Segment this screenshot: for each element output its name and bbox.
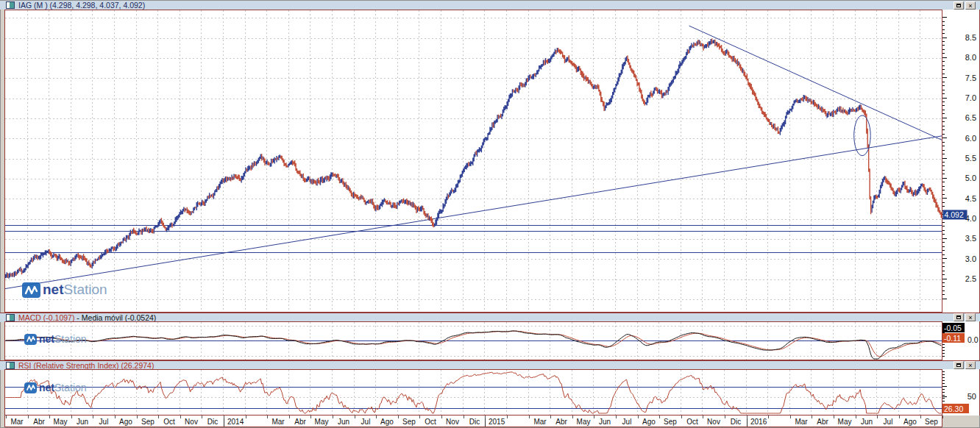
svg-text:4.092: 4.092 — [945, 210, 964, 219]
month-label: Mar — [790, 418, 812, 426]
rsi-canvas[interactable] — [5, 370, 942, 415]
month-tick — [310, 415, 311, 418]
month-tick — [398, 415, 399, 418]
month-tick — [267, 415, 268, 418]
month-tick — [507, 415, 508, 418]
svg-text:8.0: 8.0 — [965, 53, 976, 62]
month-tick — [616, 415, 617, 418]
main-chart-title: IAG (M ) (4.298, 4.298, 4.037, 4.092) — [18, 1, 145, 10]
month-tick — [355, 415, 355, 418]
month-label: Ago — [638, 418, 660, 426]
month-label: Sep — [920, 418, 942, 426]
svg-text:7.5: 7.5 — [965, 74, 976, 82]
month-tick — [137, 415, 138, 418]
price-axis-canvas: 8.58.07.57.06.56.05.55.04.54.03.53.02.54… — [942, 10, 979, 311]
month-label: Abr — [550, 418, 572, 426]
month-label: Nov — [441, 418, 464, 426]
chart-icon — [6, 1, 15, 9]
year-label: 2015 — [489, 418, 532, 426]
month-label: Abr — [28, 418, 50, 426]
month-tick — [681, 415, 682, 418]
macd-axis[interactable]: 0.0-0.05-0.11 — [942, 321, 980, 360]
month-tick — [485, 415, 486, 418]
month-tick — [703, 415, 703, 418]
restore-icon — [956, 363, 961, 367]
rsi-axis-canvas: 5026.30 — [942, 369, 979, 414]
close-button[interactable]: × — [965, 313, 976, 321]
macd-canvas[interactable] — [5, 322, 942, 360]
month-tick — [920, 415, 921, 418]
month-label: Jun — [333, 418, 355, 426]
svg-text:2.5: 2.5 — [965, 274, 976, 283]
month-tick — [93, 415, 93, 418]
month-label: Jul — [93, 418, 115, 426]
month-label: Oct — [681, 418, 703, 426]
month-label: May — [572, 418, 594, 426]
rsi-panel[interactable] — [4, 369, 942, 415]
svg-text:8.5: 8.5 — [965, 33, 976, 42]
year-label: 2016 — [750, 418, 794, 426]
svg-text:3.5: 3.5 — [965, 234, 976, 243]
svg-text:6.5: 6.5 — [965, 113, 976, 122]
month-label: Oct — [419, 418, 441, 426]
month-tick — [71, 415, 72, 418]
svg-text:50: 50 — [967, 392, 976, 401]
close-button[interactable]: × — [965, 361, 976, 369]
chart-icon — [6, 314, 15, 321]
month-tick — [942, 415, 943, 418]
month-tick — [180, 415, 181, 418]
month-label: Jun — [71, 418, 93, 426]
month-label: Nov — [703, 418, 725, 426]
main-price-axis[interactable]: 8.58.07.57.06.56.05.55.04.54.03.53.02.54… — [942, 10, 980, 313]
month-tick — [224, 415, 224, 418]
rsi-axis[interactable]: 5026.30 — [942, 369, 980, 415]
month-tick — [877, 415, 878, 418]
month-label: Dic — [202, 418, 224, 426]
month-tick — [49, 415, 50, 418]
candlestick-canvas[interactable] — [5, 10, 942, 312]
month-tick — [115, 415, 116, 418]
month-tick — [790, 415, 791, 418]
month-label: Mar — [6, 418, 28, 426]
restore-button[interactable] — [954, 313, 964, 321]
close-icon: × — [968, 3, 972, 9]
close-button[interactable]: × — [965, 1, 976, 10]
month-label: Nov — [180, 418, 202, 426]
month-label: Sep — [659, 418, 681, 426]
month-tick — [899, 415, 900, 418]
svg-text:7.0: 7.0 — [965, 93, 976, 102]
close-icon: × — [968, 363, 972, 368]
svg-text:5.0: 5.0 — [965, 174, 976, 182]
month-tick — [441, 415, 442, 418]
month-label: Oct — [158, 418, 180, 426]
month-tick — [529, 415, 530, 418]
month-label: May — [834, 418, 856, 426]
month-tick — [28, 415, 29, 418]
main-chart-titlebar[interactable]: IAG (M ) (4.298, 4.298, 4.037, 4.092) — [0, 1, 980, 10]
month-tick — [6, 415, 7, 418]
main-price-chart[interactable] — [4, 10, 942, 313]
month-label: Dic — [725, 418, 747, 426]
month-label: Ago — [899, 418, 921, 426]
month-label: Mar — [529, 418, 551, 426]
month-tick — [376, 415, 377, 418]
restore-button[interactable] — [954, 361, 964, 369]
month-label: May — [49, 418, 71, 426]
month-label: Mar — [267, 418, 289, 426]
month-tick — [464, 415, 464, 418]
svg-text:6.0: 6.0 — [965, 134, 976, 143]
macd-panel[interactable] — [4, 321, 942, 360]
svg-text:0.0: 0.0 — [967, 335, 979, 344]
month-label: Sep — [137, 418, 159, 426]
month-label: Sep — [398, 418, 420, 426]
month-tick — [747, 415, 748, 418]
time-axis[interactable]: MarAbrMayJunJulAgoSepOctNovDic2014MarAbr… — [4, 415, 942, 427]
restore-icon — [956, 315, 961, 319]
month-tick — [333, 415, 333, 418]
month-label: Ago — [115, 418, 137, 426]
month-tick — [202, 415, 202, 418]
month-label: May — [310, 418, 333, 426]
restore-button[interactable] — [954, 1, 964, 10]
month-tick — [812, 415, 812, 418]
netstation-workspace: IAG (M ) (4.298, 4.298, 4.037, 4.092) × … — [0, 0, 980, 428]
